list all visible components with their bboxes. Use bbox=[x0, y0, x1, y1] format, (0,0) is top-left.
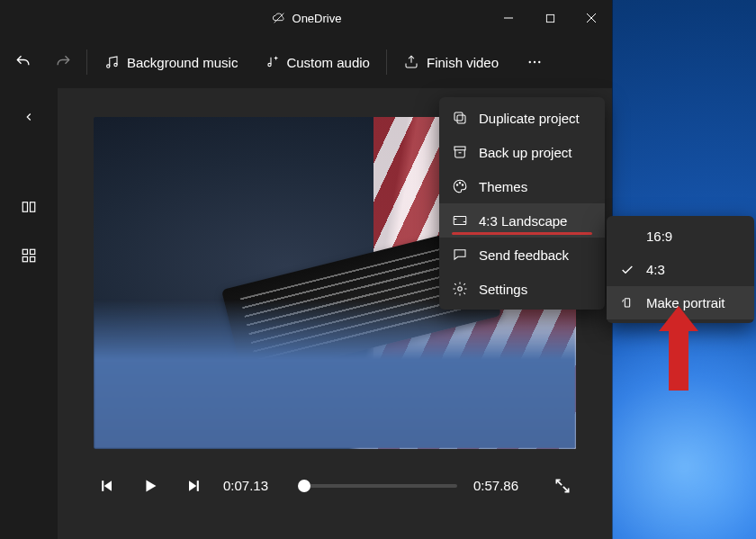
titlebar: OneDrive bbox=[0, 0, 612, 36]
toolbar-divider bbox=[386, 49, 387, 75]
submenu-16-9[interactable]: 16:9 bbox=[607, 220, 754, 253]
current-time: 0:07.13 bbox=[223, 478, 283, 493]
menu-settings[interactable]: Settings bbox=[439, 272, 605, 306]
svg-rect-25 bbox=[454, 112, 463, 121]
background-music-button[interactable]: Background music bbox=[94, 47, 247, 77]
rotate-icon bbox=[619, 296, 635, 310]
preview-watermark: aigal Blues elhi Belly bbox=[103, 368, 191, 408]
play-button[interactable] bbox=[137, 472, 164, 499]
menu-backup-project[interactable]: Back up project bbox=[439, 135, 605, 169]
svg-rect-14 bbox=[31, 249, 35, 254]
watermark-line2: elhi Belly bbox=[103, 388, 191, 408]
svg-point-8 bbox=[529, 61, 531, 63]
submenu-4-3[interactable]: 4:3 bbox=[607, 253, 754, 286]
aspect-icon bbox=[452, 212, 468, 229]
svg-rect-12 bbox=[31, 202, 35, 212]
redo-button[interactable] bbox=[47, 46, 79, 78]
custom-audio-button[interactable]: Custom audio bbox=[254, 47, 379, 77]
svg-rect-13 bbox=[22, 249, 27, 254]
svg-point-9 bbox=[534, 61, 536, 63]
maximize-button[interactable] bbox=[529, 0, 571, 36]
toolbar: Background music Custom audio Finish vid… bbox=[0, 36, 612, 88]
submenu-label: 4:3 bbox=[646, 262, 665, 277]
menu-label: Back up project bbox=[479, 145, 572, 160]
duplicate-icon bbox=[452, 110, 468, 126]
check-icon bbox=[619, 263, 635, 277]
svg-point-5 bbox=[107, 65, 110, 67]
svg-point-29 bbox=[459, 183, 461, 184]
gear-icon bbox=[452, 281, 468, 297]
svg-point-30 bbox=[462, 184, 464, 186]
side-nav bbox=[0, 88, 58, 539]
watermark-line1: aigal Blues bbox=[103, 368, 191, 388]
prev-frame-button[interactable] bbox=[94, 472, 121, 499]
toolbar-divider bbox=[86, 49, 87, 75]
undo-button[interactable] bbox=[7, 46, 40, 78]
submenu-label: 16:9 bbox=[646, 229, 672, 244]
audio-plus-icon bbox=[263, 54, 279, 70]
menu-duplicate-project[interactable]: Duplicate project bbox=[439, 101, 605, 135]
cloud-off-icon bbox=[271, 10, 287, 26]
custom-audio-label: Custom audio bbox=[286, 55, 370, 70]
svg-rect-21 bbox=[197, 481, 199, 491]
window-controls bbox=[488, 0, 612, 36]
music-icon bbox=[104, 54, 120, 70]
menu-aspect-ratio[interactable]: 4:3 Landscape bbox=[439, 203, 605, 238]
feedback-icon bbox=[452, 247, 468, 263]
menu-label: 4:3 Landscape bbox=[479, 213, 567, 229]
svg-rect-35 bbox=[625, 298, 629, 306]
more-menu: Duplicate project Back up project Themes… bbox=[439, 97, 605, 310]
menu-label: Settings bbox=[479, 282, 527, 297]
menu-themes[interactable]: Themes bbox=[439, 169, 605, 203]
svg-rect-11 bbox=[22, 202, 27, 212]
svg-line-22 bbox=[556, 480, 562, 485]
player-controls: 0:07.13 0:57.86 bbox=[94, 472, 576, 499]
nav-library-button[interactable] bbox=[13, 191, 45, 223]
menu-label: Themes bbox=[479, 179, 527, 194]
svg-rect-18 bbox=[102, 481, 104, 491]
export-icon bbox=[403, 54, 419, 70]
seek-bar[interactable] bbox=[299, 484, 457, 488]
svg-rect-24 bbox=[457, 115, 465, 123]
svg-point-10 bbox=[538, 61, 540, 63]
svg-rect-2 bbox=[546, 14, 554, 22]
svg-marker-20 bbox=[189, 481, 196, 491]
palette-icon bbox=[452, 178, 468, 194]
next-frame-button[interactable] bbox=[180, 472, 207, 499]
svg-line-23 bbox=[563, 486, 569, 491]
svg-rect-26 bbox=[454, 147, 465, 150]
minimize-button[interactable] bbox=[488, 0, 529, 36]
menu-label: Send feedback bbox=[479, 247, 569, 263]
nav-collapse-button[interactable] bbox=[13, 101, 45, 133]
svg-rect-31 bbox=[454, 217, 466, 225]
svg-point-28 bbox=[456, 184, 458, 186]
finish-video-label: Finish video bbox=[427, 55, 499, 70]
svg-point-34 bbox=[458, 287, 463, 292]
more-button[interactable] bbox=[518, 47, 551, 77]
menu-send-feedback[interactable]: Send feedback bbox=[439, 238, 605, 272]
seek-knob[interactable] bbox=[298, 480, 310, 492]
svg-line-0 bbox=[274, 13, 284, 23]
svg-rect-16 bbox=[31, 257, 35, 262]
annotation-arrow bbox=[669, 328, 688, 391]
svg-marker-19 bbox=[146, 480, 156, 491]
finish-video-button[interactable]: Finish video bbox=[394, 47, 508, 77]
svg-marker-17 bbox=[104, 481, 112, 491]
archive-icon bbox=[452, 144, 468, 160]
close-button[interactable] bbox=[571, 0, 612, 36]
svg-point-7 bbox=[268, 63, 271, 66]
fullscreen-button[interactable] bbox=[549, 472, 576, 499]
nav-grid-button[interactable] bbox=[13, 239, 45, 272]
svg-rect-15 bbox=[22, 257, 27, 262]
svg-point-6 bbox=[114, 63, 117, 66]
window-title: OneDrive bbox=[292, 12, 342, 25]
background-music-label: Background music bbox=[127, 55, 238, 70]
menu-label: Duplicate project bbox=[479, 111, 580, 126]
total-time: 0:57.86 bbox=[473, 478, 533, 493]
